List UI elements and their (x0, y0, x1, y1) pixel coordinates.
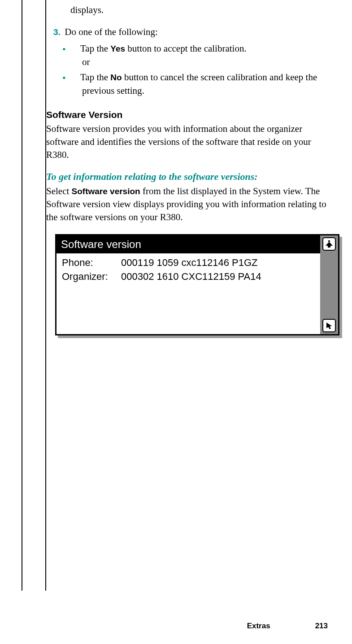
svg-marker-1 (326, 242, 333, 246)
screenshot-scrollbar (320, 235, 338, 334)
screenshot-frame: Software version Phone: 000119 1059 cxc1… (55, 234, 339, 335)
version-value: 000119 1059 cxc112146 P1GZ (121, 256, 258, 270)
bullet-pre: Tap the (80, 43, 110, 54)
bullet-icon: • (72, 43, 80, 57)
svg-rect-0 (328, 240, 330, 242)
version-label: Organizer: (62, 270, 121, 284)
howto-pre: Select (46, 186, 72, 196)
howto-heading: To get information relating to the softw… (46, 170, 329, 184)
version-label: Phone: (62, 256, 121, 270)
step-number: 3. (53, 26, 62, 39)
footer-page-number: 213 (315, 621, 328, 631)
svg-marker-3 (326, 322, 332, 329)
step-text: Do one of the following: (65, 26, 158, 37)
section-paragraph: Software version provides you with infor… (46, 122, 329, 162)
section-heading-software-version: Software Version (46, 108, 329, 121)
version-value: 000302 1610 CXC112159 PA14 (121, 270, 261, 284)
bullet-pre: Tap the (80, 72, 110, 83)
content-area: displays. 3. Do one of the following: •T… (46, 0, 329, 338)
pointer-button[interactable] (322, 319, 336, 332)
yes-button-label: Yes (110, 44, 125, 53)
screenshot-title: Software version (56, 235, 320, 254)
version-row-organizer: Organizer: 000302 1610 CXC112159 PA14 (62, 270, 315, 284)
howto-paragraph: Select Software version from the list di… (46, 185, 329, 224)
page-footer: Extras 213 (0, 621, 352, 631)
device-screenshot: Software version Phone: 000119 1059 cxc1… (55, 234, 342, 338)
screenshot-body: Phone: 000119 1059 cxc112146 P1GZ Organi… (56, 253, 320, 287)
bullet-icon: • (72, 71, 80, 85)
version-row-phone: Phone: 000119 1059 cxc112146 P1GZ (62, 256, 315, 270)
bullet-item-no: •Tap the No button to cancel the screen … (72, 70, 329, 97)
prev-page-fragment: displays. (70, 4, 329, 17)
screenshot-main: Software version Phone: 000119 1059 cxc1… (56, 235, 320, 334)
svg-rect-2 (328, 246, 330, 248)
bullet-tail: or (82, 57, 90, 67)
scroll-up-button[interactable] (322, 237, 336, 251)
footer-section: Extras (247, 621, 270, 631)
bullet-item-yes: •Tap the Yes button to accept the calibr… (72, 42, 329, 69)
step-3: 3. Do one of the following: (53, 26, 329, 39)
software-version-menuitem: Software version (72, 187, 140, 196)
no-button-label: No (110, 73, 122, 82)
bullet-post: button to accept the calibration. (125, 43, 247, 54)
page: displays. 3. Do one of the following: •T… (0, 0, 352, 644)
scroll-up-icon (325, 239, 334, 248)
pointer-icon (325, 321, 334, 330)
margin-rule-left (22, 0, 22, 591)
